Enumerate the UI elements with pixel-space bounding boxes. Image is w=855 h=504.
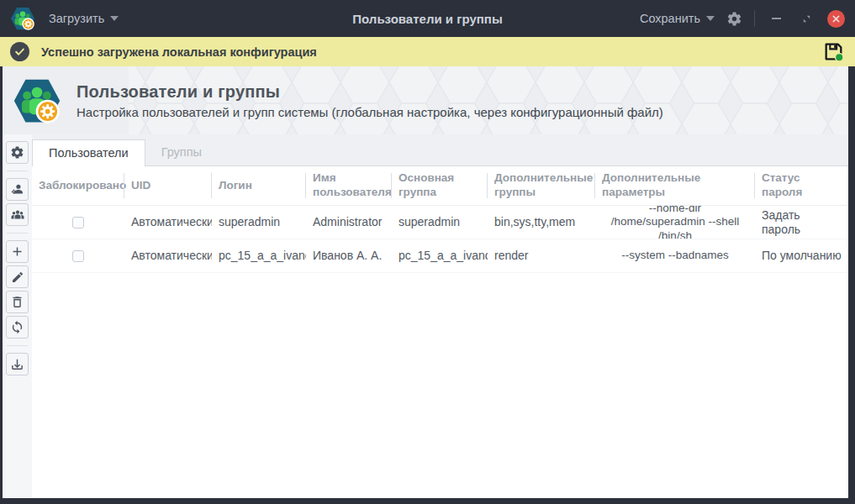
edit-icon [11, 270, 24, 284]
module-logo-icon [13, 76, 61, 125]
minimize-icon [772, 18, 781, 19]
blocked-checkbox[interactable] [72, 217, 84, 228]
cell-username: Administrator [306, 206, 392, 239]
groups-button[interactable] [6, 203, 29, 226]
minimize-button[interactable] [767, 9, 785, 28]
app-logo-icon [10, 6, 35, 31]
settings-gear-icon[interactable] [726, 11, 742, 27]
toolbar-separator [7, 171, 28, 171]
users-table-panel: Заблокировано UID Логин Имя пользователя… [32, 165, 848, 498]
tab-bar: Пользователи Группы [32, 134, 848, 165]
save-menu-button[interactable]: Сохранить [640, 12, 715, 25]
column-header-extra-params[interactable]: Дополнительные параметры [595, 166, 755, 205]
table-row[interactable]: Автоматически superadmin Administrator s… [32, 206, 848, 239]
table-header-row: Заблокировано UID Логин Имя пользователя… [32, 166, 848, 206]
main-area: Пользователи и группы Настройка пользова… [3, 66, 848, 498]
delete-icon [10, 295, 24, 309]
save-menu-label: Сохранить [640, 12, 700, 25]
refresh-icon [10, 320, 24, 334]
user-settings-button[interactable] [6, 178, 29, 201]
close-button[interactable] [827, 10, 845, 28]
tab-groups[interactable]: Группы [145, 139, 218, 165]
column-header-username[interactable]: Имя пользователя [306, 166, 392, 205]
module-header: Пользователи и группы Настройка пользова… [3, 66, 848, 134]
toolbar-separator [7, 233, 28, 234]
cell-uid: Автоматически [124, 206, 212, 239]
titlebar: Загрузить Пользователи и группы Сохранит… [0, 0, 855, 37]
column-header-extra-groups[interactable]: Дополнительные группы [488, 166, 595, 205]
cell-login: pc_15_a_a_ivanov [212, 239, 306, 272]
cell-password-status[interactable]: Задать пароль [755, 206, 848, 239]
add-icon [10, 244, 24, 259]
edit-button[interactable] [6, 265, 29, 288]
toolbar-sidebar [3, 134, 32, 498]
settings-button[interactable] [6, 141, 29, 164]
cell-username: Иванов А. А. [306, 239, 392, 272]
cell-extra-params: --system --badnames [595, 239, 755, 272]
load-menu-label: Загрузить [49, 12, 104, 25]
delete-button[interactable] [6, 291, 29, 313]
chevron-down-icon [706, 16, 715, 21]
column-header-primary-group[interactable]: Основная группа [392, 166, 488, 205]
refresh-button[interactable] [6, 316, 29, 339]
gear-icon [10, 145, 24, 160]
table-row[interactable]: Автоматически pc_15_a_a_ivanov Иванов А.… [32, 239, 848, 273]
floppy-disk-icon[interactable] [822, 40, 845, 63]
check-circle-icon [10, 42, 29, 61]
titlebar-separator [754, 10, 755, 27]
cell-extra-groups: render [488, 239, 595, 272]
notification-banner: Успешно загружена локальная конфигурация [0, 37, 855, 66]
column-header-password-status[interactable]: Статус пароля [755, 166, 848, 205]
column-header-login[interactable]: Логин [212, 166, 306, 205]
column-header-uid[interactable]: UID [124, 166, 212, 205]
cell-primary-group: pc_15_a_a_ivanov [392, 239, 488, 272]
download-icon [10, 357, 24, 371]
download-button[interactable] [6, 353, 29, 375]
restore-icon [802, 14, 811, 24]
page-title: Пользователи и группы [77, 82, 663, 102]
cell-uid: Автоматически [124, 239, 212, 272]
cell-extra-groups: bin,sys,tty,mem [488, 206, 595, 239]
user-settings-icon [10, 182, 24, 197]
blocked-checkbox[interactable] [72, 250, 84, 262]
tab-users[interactable]: Пользователи [32, 139, 145, 166]
cell-login: superadmin [212, 206, 306, 239]
chevron-down-icon [110, 16, 119, 21]
cell-password-status[interactable]: По умолчанию [755, 239, 848, 272]
banner-message: Успешно загружена локальная конфигурация [41, 45, 317, 59]
column-header-blocked[interactable]: Заблокировано [32, 166, 124, 205]
cell-extra-params: --home-dir /home/superadmin --shell /bin… [595, 206, 755, 239]
restore-button[interactable] [797, 9, 815, 28]
users-group-icon [10, 207, 25, 223]
page-subtitle: Настройка пользователей и групп системы … [77, 105, 663, 119]
add-button[interactable] [6, 240, 29, 263]
load-menu-button[interactable]: Загрузить [49, 12, 119, 25]
cell-primary-group: superadmin [392, 206, 488, 239]
toolbar-separator [7, 345, 28, 346]
close-icon [832, 15, 840, 23]
